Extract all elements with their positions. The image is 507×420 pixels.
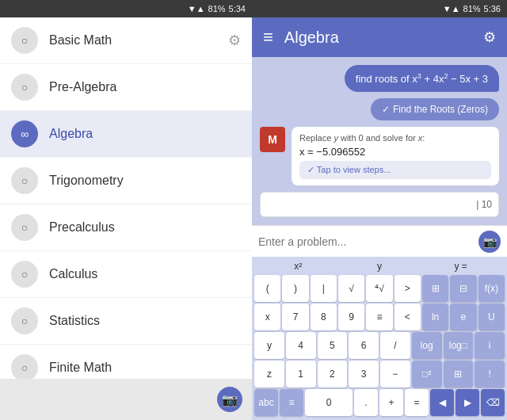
bot-solve-line: Replace y with 0 and solve for x: xyxy=(299,133,491,143)
header-title: Algebra xyxy=(284,29,472,47)
kb-divide[interactable]: / xyxy=(380,332,410,359)
kb-equals[interactable]: = xyxy=(405,389,429,416)
status-bar-right: ▼▲ 81% 5:36 xyxy=(252,0,507,17)
bot-logo: M xyxy=(260,127,285,152)
calc-icon: ○ xyxy=(11,261,38,288)
kb-z[interactable]: z xyxy=(254,361,284,388)
bot-text-area: Replace y with 0 and solve for x: x = −5… xyxy=(292,127,499,185)
kb-greater[interactable]: > xyxy=(395,275,421,302)
kb-7[interactable]: 7 xyxy=(282,304,308,330)
kb-4[interactable]: 4 xyxy=(286,332,316,359)
kb-5[interactable]: 5 xyxy=(318,332,348,359)
left-bottom-bar: 📷 xyxy=(0,379,252,420)
sidebar-item-trigonometry[interactable]: ○ Trigonometry xyxy=(0,158,252,204)
kb-6[interactable]: 6 xyxy=(349,332,379,359)
kb-matrix2[interactable]: ⊟ xyxy=(450,275,476,302)
kb-left-arrow[interactable]: ◀ xyxy=(430,389,454,416)
kb-3[interactable]: 3 xyxy=(349,361,379,388)
kb-y[interactable]: y xyxy=(254,332,284,359)
finite-label: Finite Math xyxy=(49,361,241,375)
kb-fx[interactable]: f(x) xyxy=(478,275,505,302)
right-panel: ▼▲ 81% 5:36 ≡ Algebra ⚙ find roots of x3… xyxy=(252,0,507,420)
tap-steps-text: ✓ Tap to view steps... xyxy=(307,165,391,175)
sidebar-item-statistics[interactable]: ○ Statistics xyxy=(0,298,252,345)
action-btn-label: Find the Roots (Zeros) xyxy=(393,104,488,115)
kb-fourthrt[interactable]: ⁴√ xyxy=(366,275,392,302)
camera-button-left[interactable]: 📷 xyxy=(217,387,242,412)
chat-area: find roots of x3 + 4x2 − 5x + 3 ✓ Find t… xyxy=(252,57,507,225)
find-roots-button[interactable]: ✓ Find the Roots (Zeros) xyxy=(371,98,499,120)
kb-menu[interactable]: ≡ xyxy=(280,389,303,416)
settings-icon[interactable]: ⚙ xyxy=(228,32,241,49)
bot-message-row: M Replace y with 0 and solve for x: x = … xyxy=(260,127,499,185)
pre-algebra-label: Pre-Algebra xyxy=(49,80,241,94)
kb-1[interactable]: 1 xyxy=(286,361,316,388)
kb-right-arrow[interactable]: ▶ xyxy=(456,389,479,416)
kb-abc[interactable]: abc xyxy=(254,389,278,416)
sidebar-item-algebra[interactable]: ∞ Algebra xyxy=(0,111,252,158)
kb-sq[interactable]: □² xyxy=(412,361,442,388)
kb-matrix1[interactable]: ⊞ xyxy=(422,275,448,302)
battery-left: 81% xyxy=(208,4,226,13)
pre-algebra-icon: ○ xyxy=(11,74,38,101)
graph-preview: | 10 xyxy=(260,192,499,217)
kb-union[interactable]: U xyxy=(478,304,505,330)
menu-icon[interactable]: ≡ xyxy=(263,27,273,48)
left-panel: ▼▲ 81% 5:34 ○ Basic Math ⚙ ○ Pre-Algebra… xyxy=(0,0,252,420)
graph-label: | 10 xyxy=(476,199,492,210)
kb-sqrt[interactable]: √ xyxy=(338,275,364,302)
signal-icon: ▼▲ xyxy=(188,4,205,13)
kb-2[interactable]: 2 xyxy=(318,361,348,388)
stats-label: Statistics xyxy=(49,314,241,328)
kb-log[interactable]: log xyxy=(412,332,442,359)
kb-row-1: ( ) | √ ⁴√ > ⊞ ⊟ f(x) xyxy=(254,275,505,302)
kb-plus[interactable]: + xyxy=(379,389,403,416)
sidebar-item-pre-algebra[interactable]: ○ Pre-Algebra xyxy=(0,64,252,111)
kb-paren-open[interactable]: ( xyxy=(254,275,280,302)
kb-0[interactable]: 0 xyxy=(305,389,353,416)
check-icon: ✓ xyxy=(382,104,390,115)
kb-dot[interactable]: . xyxy=(354,389,378,416)
kb-pipe[interactable]: | xyxy=(311,275,337,302)
kb-9[interactable]: 9 xyxy=(338,304,364,330)
algebra-label: Algebra xyxy=(49,127,241,141)
kb-row-2: x 7 8 9 ≡ < ln e U xyxy=(254,304,505,330)
kb-minus[interactable]: − xyxy=(380,361,410,388)
user-query-bubble: find roots of x3 + 4x2 − 5x + 3 xyxy=(345,65,499,92)
kb-row-3: y 4 5 6 / log log□ i xyxy=(254,332,505,359)
kb-paren-close[interactable]: ) xyxy=(282,275,308,302)
signal-icon-right: ▼▲ xyxy=(443,4,460,13)
input-row: 📷 xyxy=(252,225,507,257)
kb-row-4: z 1 2 3 − □² ⊞ ! xyxy=(254,361,505,388)
kb-logb[interactable]: log□ xyxy=(444,332,474,359)
kb-grid[interactable]: ⊞ xyxy=(444,361,474,388)
basic-math-icon: ○ xyxy=(11,27,38,54)
camera-button-right[interactable]: 📷 xyxy=(478,231,501,253)
kb-backspace[interactable]: ⌫ xyxy=(481,389,505,416)
tap-steps-button[interactable]: ✓ Tap to view steps... xyxy=(299,161,491,179)
kb-equiv[interactable]: ≡ xyxy=(366,304,392,330)
kb-x[interactable]: x xyxy=(254,304,280,330)
sidebar-item-calculus[interactable]: ○ Calculus xyxy=(0,251,252,298)
basic-math-label: Basic Math xyxy=(49,33,228,48)
header-gear-icon[interactable]: ⚙ xyxy=(483,29,496,46)
kb-exclaim[interactable]: ! xyxy=(475,361,505,388)
precalc-icon: ○ xyxy=(11,214,38,241)
kb-i[interactable]: i xyxy=(475,332,505,359)
kb-ln[interactable]: ln xyxy=(422,304,448,330)
finite-icon: ○ xyxy=(11,354,38,379)
kb-less[interactable]: < xyxy=(395,304,421,330)
status-bar-left: ▼▲ 81% 5:34 xyxy=(0,0,252,17)
kb-8[interactable]: 8 xyxy=(311,304,337,330)
problem-input[interactable] xyxy=(258,235,478,248)
sidebar-item-precalculus[interactable]: ○ Precalculus xyxy=(0,204,252,251)
nav-list: ○ Basic Math ⚙ ○ Pre-Algebra ∞ Algebra ○… xyxy=(0,17,252,379)
precalc-label: Precalculus xyxy=(49,220,241,235)
sidebar-item-finite-math[interactable]: ○ Finite Math xyxy=(0,345,252,379)
calc-label: Calculus xyxy=(49,267,241,281)
kb-top-x2: x² xyxy=(257,261,339,272)
bot-result: x = −5.096552 xyxy=(299,146,491,158)
sidebar-item-basic-math[interactable]: ○ Basic Math ⚙ xyxy=(0,17,252,64)
trig-label: Trigonometry xyxy=(49,174,241,188)
kb-e[interactable]: e xyxy=(450,304,476,330)
